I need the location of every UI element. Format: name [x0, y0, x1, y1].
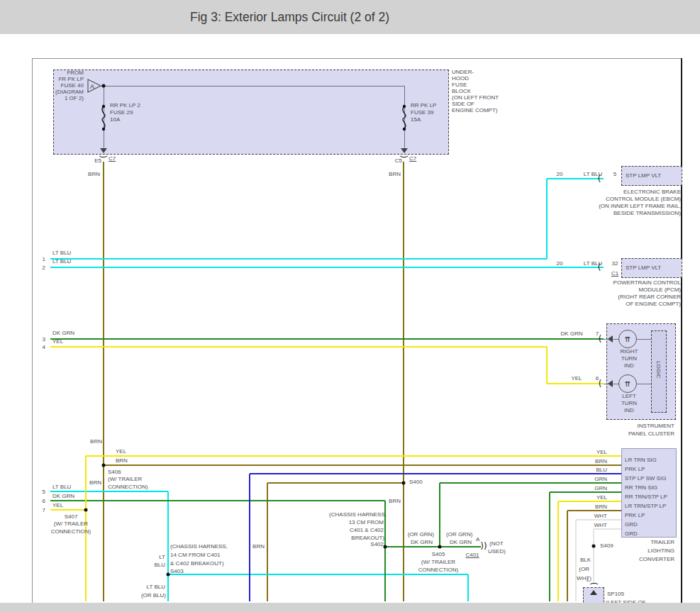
label: BRN [90, 438, 102, 445]
label: YEL [596, 449, 607, 455]
label: YEL [571, 375, 582, 382]
connector-icon: ( [589, 582, 599, 586]
circuit-line [637, 384, 651, 384]
wire-ltblu-stop-ebcm [546, 179, 548, 259]
junction-dot [102, 84, 106, 88]
label: INSTRUMENT [638, 423, 674, 429]
wire-yel-left-turn-ind [547, 383, 604, 384]
label: BRN [389, 171, 401, 177]
label: BESIDE TRANSMISSION) [613, 210, 681, 216]
label: S406 [108, 469, 121, 475]
label: BRN [252, 543, 265, 550]
label: (OR GRN) [408, 531, 434, 538]
wire-ltblu-s403 [167, 491, 169, 601]
wire-grn-rr-trn-stp [550, 491, 621, 493]
diagram-border-left [32, 58, 33, 603]
label: (OR GRN) [446, 531, 472, 538]
connector-icon: ( [99, 155, 109, 159]
label: SP105 [607, 591, 624, 597]
arrow-down-icon [100, 148, 107, 153]
label: S407 [65, 513, 78, 520]
label: (OR BLU) [141, 592, 166, 599]
label: HOOD [452, 75, 469, 82]
label: CONNECTION) [108, 484, 148, 490]
label: (CHASSIS HARNESS, [329, 511, 387, 518]
label: LT BLU [52, 258, 71, 265]
label: LT BLU [52, 250, 71, 256]
junction-dot [102, 464, 106, 467]
label: LR TRN SIG [625, 457, 657, 463]
label: 1 [43, 256, 45, 262]
wire-ltblu-s403 [467, 574, 469, 601]
label: C7 [109, 155, 116, 162]
label: STP LMP VLT [626, 265, 661, 271]
wire-brn-s406-park-feed [104, 464, 621, 466]
label: (W/ TRAILER [421, 559, 455, 565]
label: LT BLU [52, 484, 71, 490]
wire-dkgrn-s402-s405 [50, 500, 385, 501]
label: UNDER- [452, 69, 474, 75]
label: PRK LP [625, 466, 645, 472]
label: BRN [595, 503, 607, 510]
label: SIDE OF [452, 101, 474, 107]
label: S405 [432, 551, 445, 557]
label: PRK LP [625, 512, 645, 518]
label: (ON LEFT FRONT [452, 94, 499, 101]
label: WHT [594, 522, 607, 528]
label: LOGIC [655, 361, 662, 379]
label: FUSE 40 [61, 82, 84, 89]
label: BRN [89, 479, 101, 486]
label: WHT [594, 513, 607, 519]
label: BREAKOUT) [351, 535, 384, 541]
diagram-border-top [32, 58, 682, 59]
connector-icon: ( [399, 155, 409, 159]
label: DK GRN [52, 493, 74, 499]
wire-ltblu-stop-ebcm [547, 178, 604, 179]
label: & C402 BREAKOUT) [170, 560, 224, 567]
svg-text:A: A [90, 83, 94, 90]
label: BLK [580, 557, 591, 563]
wire-dkgrn-s402-s405 [440, 482, 621, 484]
fuse-icon [99, 104, 109, 134]
label: TURN [621, 400, 637, 406]
label: C401 [465, 552, 479, 558]
label: (CHASSIS HARNESS, [170, 543, 228, 550]
label: C5 [395, 157, 402, 164]
label: FUSE 29 [110, 109, 133, 116]
label: (DIAGRAM [55, 89, 84, 95]
wire-wht-grd-1 [576, 519, 621, 521]
label: PANEL CLUSTER [628, 430, 674, 437]
label: GRD [625, 530, 638, 537]
connector-icon: )) [480, 541, 487, 551]
label: 14 CM FROM C401 [170, 552, 221, 558]
wire-brn-s400-branch [267, 482, 404, 484]
wire-brn-trailer-prk [567, 511, 568, 601]
wire-ltblu-s403 [168, 574, 468, 575]
label: IND [624, 407, 634, 413]
turn-indicator-lamp-icon: ⇈ [618, 330, 637, 348]
label: RR PK LP 2 [110, 102, 140, 109]
label: C401 & C402 [350, 527, 384, 533]
label: YEL [116, 448, 126, 455]
label: BRN [88, 171, 100, 177]
label: IND [624, 362, 634, 369]
wire-yel-s407 [50, 509, 86, 511]
label: 32 [612, 260, 618, 267]
fuse-icon [399, 104, 409, 134]
label: S403 [170, 568, 184, 574]
label: YEL [596, 494, 607, 501]
label: GRN [594, 485, 607, 491]
label: BLOCK [452, 88, 471, 94]
label: 20 [557, 260, 563, 267]
wire-blu-stp-sw-sig [250, 473, 621, 474]
label: RR PK LP [411, 102, 436, 109]
wire-wht-grd-2 [594, 528, 621, 530]
wire-yel-lr-trn-stp [557, 501, 559, 601]
junction-dot [402, 482, 406, 485]
label: (OR [579, 566, 589, 572]
label: DK GRN [52, 330, 74, 336]
circuit-line [101, 86, 404, 87]
label: 1 OF 2) [65, 95, 84, 101]
label: ENGINE COMPT) [452, 107, 497, 113]
label: 2 [43, 265, 45, 271]
